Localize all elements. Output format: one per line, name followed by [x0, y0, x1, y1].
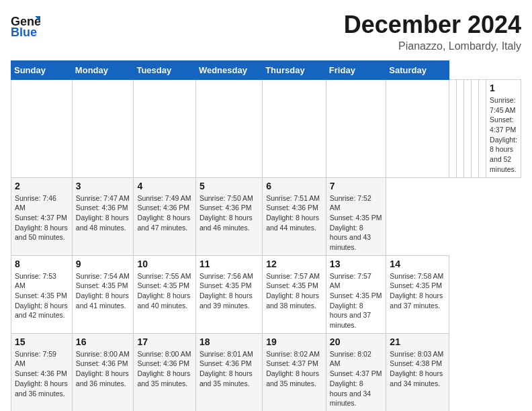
calendar-day-cell — [263, 80, 326, 178]
day-number: 13 — [330, 259, 382, 269]
day-info: Sunrise: 7:51 AMSunset: 4:36 PMDaylight:… — [266, 193, 322, 233]
calendar-day-header: Friday — [326, 61, 386, 80]
calendar-day-cell — [472, 80, 479, 178]
calendar-day-header: Tuesday — [134, 61, 195, 80]
logo: General Blue — [11, 11, 40, 40]
calendar-day-cell: 19Sunrise: 8:02 AMSunset: 4:37 PMDayligh… — [263, 333, 326, 411]
day-info: Sunrise: 8:02 AMSunset: 4:37 PMDaylight:… — [330, 349, 382, 408]
calendar-day-cell: 16Sunrise: 8:00 AMSunset: 4:36 PMDayligh… — [72, 333, 134, 411]
calendar-day-cell — [449, 80, 457, 178]
calendar-day-cell: 4Sunrise: 7:49 AMSunset: 4:36 PMDaylight… — [134, 177, 195, 255]
calendar-day-header: Thursday — [263, 61, 326, 80]
day-number: 9 — [76, 259, 130, 269]
calendar-week-row: 1Sunrise: 7:45 AMSunset: 4:37 PMDaylight… — [11, 80, 521, 178]
day-info: Sunrise: 8:03 AMSunset: 4:38 PMDaylight:… — [390, 349, 445, 389]
svg-text:Blue: Blue — [11, 26, 37, 39]
day-info: Sunrise: 8:00 AMSunset: 4:36 PMDaylight:… — [76, 349, 130, 389]
calendar-day-cell — [386, 80, 449, 178]
day-number: 11 — [200, 259, 259, 269]
calendar-day-cell: 2Sunrise: 7:46 AMSunset: 4:37 PMDaylight… — [11, 177, 73, 255]
day-number: 10 — [137, 259, 191, 269]
calendar-day-cell: 3Sunrise: 7:47 AMSunset: 4:36 PMDaylight… — [72, 177, 134, 255]
day-info: Sunrise: 8:01 AMSunset: 4:36 PMDaylight:… — [200, 349, 259, 389]
calendar-day-header: Sunday — [11, 61, 73, 80]
month-title: December 2024 — [344, 11, 521, 39]
day-info: Sunrise: 8:00 AMSunset: 4:36 PMDaylight:… — [137, 349, 191, 389]
calendar-day-cell: 20Sunrise: 8:02 AMSunset: 4:37 PMDayligh… — [326, 333, 386, 411]
calendar-body: 1Sunrise: 7:45 AMSunset: 4:37 PMDaylight… — [11, 80, 521, 412]
day-number: 14 — [390, 259, 445, 269]
calendar-week-row: 2Sunrise: 7:46 AMSunset: 4:37 PMDaylight… — [11, 177, 521, 255]
calendar-day-cell — [195, 80, 262, 178]
day-info: Sunrise: 7:47 AMSunset: 4:36 PMDaylight:… — [76, 193, 130, 233]
day-info: Sunrise: 7:59 AMSunset: 4:36 PMDaylight:… — [15, 349, 69, 398]
day-info: Sunrise: 7:49 AMSunset: 4:36 PMDaylight:… — [137, 193, 191, 233]
day-info: Sunrise: 8:02 AMSunset: 4:37 PMDaylight:… — [266, 349, 322, 389]
day-number: 7 — [330, 181, 382, 191]
calendar-week-row: 15Sunrise: 7:59 AMSunset: 4:36 PMDayligh… — [11, 333, 521, 411]
calendar-header-row: SundayMondayTuesdayWednesdayThursdayFrid… — [11, 61, 521, 80]
calendar-day-cell: 5Sunrise: 7:50 AMSunset: 4:36 PMDaylight… — [195, 177, 262, 255]
calendar-day-cell: 13Sunrise: 7:57 AMSunset: 4:35 PMDayligh… — [326, 255, 386, 333]
calendar-day-cell: 6Sunrise: 7:51 AMSunset: 4:36 PMDaylight… — [263, 177, 326, 255]
calendar-day-cell: 21Sunrise: 8:03 AMSunset: 4:38 PMDayligh… — [386, 333, 449, 411]
calendar-day-cell: 17Sunrise: 8:00 AMSunset: 4:36 PMDayligh… — [134, 333, 195, 411]
day-info: Sunrise: 7:53 AMSunset: 4:35 PMDaylight:… — [15, 271, 69, 320]
day-info: Sunrise: 7:46 AMSunset: 4:37 PMDaylight:… — [15, 193, 69, 242]
calendar-day-cell: 10Sunrise: 7:55 AMSunset: 4:35 PMDayligh… — [134, 255, 195, 333]
calendar-day-cell — [457, 80, 464, 178]
logo-icon: General Blue — [11, 11, 40, 40]
calendar-day-cell: 15Sunrise: 7:59 AMSunset: 4:36 PMDayligh… — [11, 333, 73, 411]
day-info: Sunrise: 7:50 AMSunset: 4:36 PMDaylight:… — [200, 193, 259, 233]
day-info: Sunrise: 7:55 AMSunset: 4:35 PMDaylight:… — [137, 271, 191, 311]
calendar-day-cell — [464, 80, 472, 178]
calendar-day-cell: 8Sunrise: 7:53 AMSunset: 4:35 PMDaylight… — [11, 255, 73, 333]
day-number: 3 — [76, 181, 130, 191]
day-info: Sunrise: 7:52 AMSunset: 4:35 PMDaylight:… — [330, 193, 382, 253]
day-info: Sunrise: 7:45 AMSunset: 4:37 PMDaylight:… — [490, 95, 517, 175]
day-info: Sunrise: 7:57 AMSunset: 4:35 PMDaylight:… — [330, 271, 382, 330]
page-header: General Blue December 2024 Pianazzo, Lom… — [11, 11, 521, 52]
day-number: 8 — [15, 259, 69, 269]
day-number: 5 — [200, 181, 259, 191]
calendar-day-cell: 18Sunrise: 8:01 AMSunset: 4:36 PMDayligh… — [195, 333, 262, 411]
calendar-day-cell — [479, 80, 486, 178]
day-number: 17 — [137, 336, 191, 347]
calendar-day-cell — [326, 80, 386, 178]
day-number: 21 — [390, 336, 445, 347]
calendar-day-cell: 9Sunrise: 7:54 AMSunset: 4:35 PMDaylight… — [72, 255, 134, 333]
calendar-day-header: Monday — [72, 61, 134, 80]
title-area: December 2024 Pianazzo, Lombardy, Italy — [344, 11, 521, 52]
calendar-day-cell: 1Sunrise: 7:45 AMSunset: 4:37 PMDaylight… — [486, 80, 521, 178]
day-number: 19 — [266, 336, 322, 347]
calendar-day-cell — [72, 80, 134, 178]
day-info: Sunrise: 7:54 AMSunset: 4:35 PMDaylight:… — [76, 271, 130, 311]
day-number: 18 — [200, 336, 259, 347]
day-number: 12 — [266, 259, 322, 269]
calendar-day-cell — [134, 80, 195, 178]
calendar-table: SundayMondayTuesdayWednesdayThursdayFrid… — [11, 60, 521, 411]
day-number: 15 — [15, 336, 69, 347]
calendar-day-cell: 7Sunrise: 7:52 AMSunset: 4:35 PMDaylight… — [326, 177, 386, 255]
calendar-day-cell: 12Sunrise: 7:57 AMSunset: 4:35 PMDayligh… — [263, 255, 326, 333]
calendar-day-cell: 11Sunrise: 7:56 AMSunset: 4:35 PMDayligh… — [195, 255, 262, 333]
location: Pianazzo, Lombardy, Italy — [344, 40, 521, 52]
day-number: 16 — [76, 336, 130, 347]
day-number: 2 — [15, 181, 69, 191]
calendar-day-header: Wednesday — [195, 61, 262, 80]
day-number: 1 — [490, 83, 517, 93]
calendar-day-cell: 14Sunrise: 7:58 AMSunset: 4:35 PMDayligh… — [386, 255, 449, 333]
day-info: Sunrise: 7:56 AMSunset: 4:35 PMDaylight:… — [200, 271, 259, 311]
calendar-day-header: Saturday — [386, 61, 449, 80]
calendar-week-row: 8Sunrise: 7:53 AMSunset: 4:35 PMDaylight… — [11, 255, 521, 333]
day-number: 20 — [330, 336, 382, 347]
day-number: 6 — [266, 181, 322, 191]
day-number: 4 — [137, 181, 191, 191]
calendar-day-cell — [11, 80, 73, 178]
day-info: Sunrise: 7:57 AMSunset: 4:35 PMDaylight:… — [266, 271, 322, 311]
day-info: Sunrise: 7:58 AMSunset: 4:35 PMDaylight:… — [390, 271, 445, 311]
